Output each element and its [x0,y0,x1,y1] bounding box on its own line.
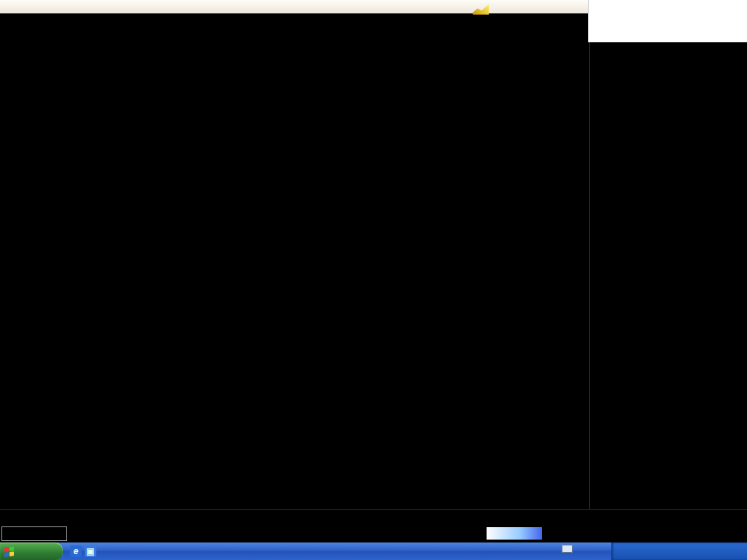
windows-flag-icon [4,546,15,556]
windows-taskbar: e ▣ [0,542,747,560]
chart-area: ◀ ▶ [0,13,589,509]
desktop-quicklaunch-icon[interactable]: ▣ [85,545,96,557]
ad-banner[interactable] [588,0,747,42]
news-ticker-bar [0,525,747,542]
quote-panel [589,13,747,509]
keyboard-icon [562,545,573,553]
logo-graph-icon [473,4,489,15]
progress-gradient [487,527,542,540]
index-status-bar [0,509,747,526]
app-name-box [1,526,67,541]
desktop-screen: ◀ ▶ e ▣ [0,0,747,560]
ie-quicklaunch-icon[interactable]: e [70,545,82,557]
system-tray [611,542,747,560]
language-indicator[interactable] [562,545,584,553]
dzh-logo [473,0,492,19]
start-button[interactable] [0,542,63,560]
chart-canvas[interactable] [0,13,589,509]
